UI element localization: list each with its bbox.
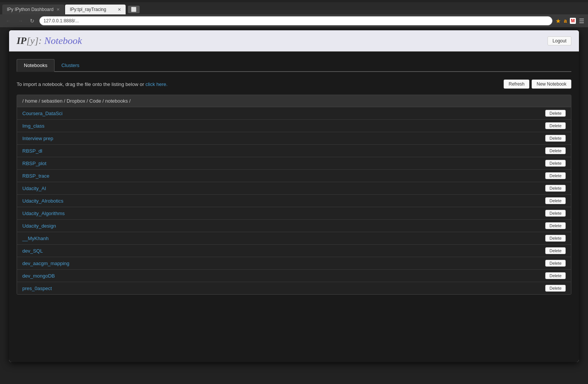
list-item: RBSP_dlDelete [17, 145, 571, 157]
delete-button[interactable]: Delete [545, 222, 566, 229]
list-item: Udacity_designDelete [17, 220, 571, 232]
delete-button[interactable]: Delete [545, 160, 566, 167]
tab-notebooks[interactable]: Notebooks [17, 59, 54, 72]
notebook-link[interactable]: Udacity_design [22, 223, 56, 229]
delete-button[interactable]: Delete [545, 110, 566, 117]
delete-button[interactable]: Delete [545, 172, 566, 179]
list-item: Udacity_AIroboticsDelete [17, 195, 571, 207]
delete-button[interactable]: Delete [545, 285, 566, 292]
notebook-link[interactable]: Udacity_Algorithms [22, 211, 65, 216]
delete-button[interactable]: Delete [545, 185, 566, 192]
notebook-link[interactable]: Coursera_DataSci [22, 111, 62, 116]
notebook-link[interactable]: Udacity_AI [22, 186, 46, 191]
list-item: Udacity_AlgorithmsDelete [17, 207, 571, 220]
logo-ip: IP [17, 35, 26, 46]
delete-button[interactable]: Delete [545, 247, 566, 254]
list-item: RBSP_plotDelete [17, 157, 571, 170]
tab-bar: IPy IPython Dashboard ✕ IPy:tpl_rayTraci… [0, 2, 588, 14]
gmail-icon[interactable]: M [570, 18, 576, 24]
list-item: Coursera_DataSciDelete [17, 107, 571, 120]
address-bar: ← → ↻ ★ a M ☰ [0, 14, 588, 27]
list-item: Udacity_AIDelete [17, 182, 571, 195]
menu-icon[interactable]: ☰ [579, 17, 584, 25]
logo-notebook: Notebook [42, 35, 82, 46]
new-tab-button[interactable]: ⬜ [128, 6, 140, 13]
reload-button[interactable]: ↻ [28, 17, 36, 25]
address-input[interactable] [39, 16, 552, 25]
delete-button[interactable]: Delete [545, 272, 566, 279]
notebook-link[interactable]: dev_mongoDB [22, 273, 55, 279]
notebook-link[interactable]: dev_aacgm_mapping [22, 261, 69, 266]
import-text: To import a notebook, drag the file onto… [17, 81, 168, 87]
list-header: / home / sebastien / Dropbox / Code / no… [17, 95, 571, 107]
logo-bracket: [y]: [26, 35, 42, 46]
notebook-link[interactable]: RBSP_trace [22, 173, 50, 179]
notebook-link[interactable]: __MyKhanh [22, 236, 48, 241]
list-item: dev_mongoDBDelete [17, 270, 571, 282]
list-item: dev_SQLDelete [17, 245, 571, 257]
list-item: __MyKhanhDelete [17, 232, 571, 245]
import-link[interactable]: click here. [145, 81, 168, 87]
browser-tab-2-label: IPy:tpl_rayTracing [70, 7, 106, 12]
browser-window: IP[y]: Notebook Logout Notebooks Cluster… [9, 30, 579, 362]
browser-tab-1-label: IPy IPython Dashboard [7, 7, 53, 12]
delete-button[interactable]: Delete [545, 122, 566, 129]
refresh-button[interactable]: Refresh [504, 80, 529, 89]
list-item: dev_aacgm_mappingDelete [17, 257, 571, 270]
list-item: Img_classDelete [17, 120, 571, 132]
notebook-header: IP[y]: Notebook Logout [9, 30, 579, 52]
amazon-icon[interactable]: a [564, 18, 567, 24]
notebook-page: IP[y]: Notebook Logout Notebooks Cluster… [9, 30, 579, 362]
list-item: RBSP_traceDelete [17, 170, 571, 182]
notebook-list: / home / sebastien / Dropbox / Code / no… [17, 95, 571, 295]
delete-button[interactable]: Delete [545, 135, 566, 142]
logout-button[interactable]: Logout [548, 36, 571, 45]
bookmark-icon[interactable]: ★ [555, 17, 561, 25]
notebook-link[interactable]: RBSP_dl [22, 148, 42, 154]
list-item: Interview prepDelete [17, 132, 571, 145]
notebook-link[interactable]: Udacity_AIrobotics [22, 198, 63, 204]
delete-button[interactable]: Delete [545, 210, 566, 217]
notebook-logo: IP[y]: Notebook [17, 35, 82, 47]
new-notebook-button[interactable]: New Notebook [532, 80, 571, 89]
notebook-link[interactable]: RBSP_plot [22, 161, 47, 166]
forward-button[interactable]: → [16, 17, 25, 25]
notebook-content: Notebooks Clusters To import a notebook,… [9, 52, 579, 362]
action-buttons: Refresh New Notebook [504, 80, 571, 89]
browser-tab-1[interactable]: IPy IPython Dashboard ✕ [2, 5, 64, 14]
notebook-link[interactable]: Interview prep [22, 136, 53, 141]
notebook-link[interactable]: Img_class [22, 123, 45, 129]
delete-button[interactable]: Delete [545, 197, 566, 204]
delete-button[interactable]: Delete [545, 260, 566, 267]
tab-clusters[interactable]: Clusters [54, 59, 86, 71]
tabs-row: Notebooks Clusters [17, 59, 571, 72]
action-bar: To import a notebook, drag the file onto… [17, 78, 571, 90]
browser-tab-2[interactable]: IPy:tpl_rayTracing ✕ [65, 5, 126, 14]
list-item: pres_0aspectDelete [17, 282, 571, 294]
browser-tab-1-close[interactable]: ✕ [56, 7, 60, 12]
back-button[interactable]: ← [4, 17, 13, 25]
delete-button[interactable]: Delete [545, 235, 566, 242]
delete-button[interactable]: Delete [545, 147, 566, 154]
notebook-link[interactable]: dev_SQL [22, 248, 43, 254]
notebook-link[interactable]: pres_0aspect [22, 286, 52, 291]
browser-tab-2-close[interactable]: ✕ [118, 7, 121, 12]
